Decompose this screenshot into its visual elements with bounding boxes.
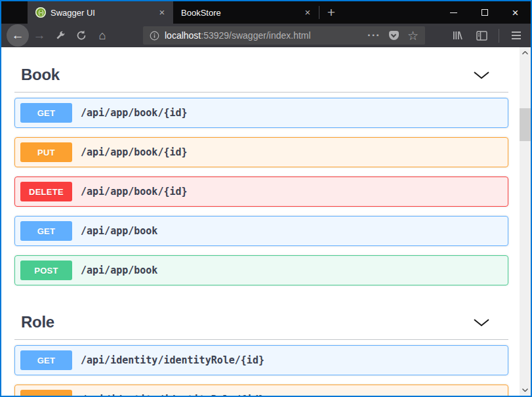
swagger-favicon-icon (35, 7, 46, 18)
method-badge: DELETE (20, 182, 72, 201)
pocket-icon[interactable] (389, 31, 399, 40)
url-actions: ··· ☆ (367, 30, 419, 42)
minimize-icon (450, 12, 457, 13)
method-badge: GET (20, 350, 72, 370)
toolbar-separator (499, 29, 499, 43)
endpoint-path: /api/app/book (81, 225, 157, 237)
wrench-icon (55, 30, 66, 41)
url-text[interactable]: localhost:53929/swagger/index.html (165, 30, 362, 41)
swagger-page: Book GET /api/app/book/{id} PUT /api/app… (1, 47, 520, 396)
tab-title: BookStore (181, 8, 297, 18)
endpoint-row[interactable]: PUT /api/identity/identityRole/{id} (14, 385, 508, 396)
scroll-up-icon (522, 51, 528, 54)
minimize-button[interactable] (438, 1, 469, 24)
tab-swagger-ui[interactable]: Swagger UI × (28, 1, 173, 24)
back-arrow-icon: ← (12, 28, 24, 43)
endpoint-path: /api/app/book (81, 264, 157, 276)
scroll-down-icon (522, 388, 528, 392)
home-icon: ⌂ (99, 29, 106, 43)
url-host: localhost (165, 30, 201, 41)
page-content: Book GET /api/app/book/{id} PUT /api/app… (1, 47, 531, 396)
back-button[interactable]: ← (7, 24, 29, 47)
section-header-book[interactable]: Book (14, 47, 508, 93)
chevron-down-icon[interactable] (473, 71, 490, 79)
vertical-scrollbar[interactable] (520, 47, 531, 396)
scrollbar-thumb[interactable] (520, 108, 531, 141)
sidebar-button[interactable] (471, 25, 492, 46)
endpoint-row[interactable]: GET /api/app/book/{id} (14, 98, 508, 128)
refresh-icon (76, 30, 87, 41)
window-controls: × (438, 1, 531, 24)
url-path: :53929/swagger/index.html (201, 30, 310, 41)
scroll-down-button[interactable] (520, 385, 531, 396)
endpoint-path: /api/identity/identityRole/{id} (81, 394, 264, 396)
method-badge: GET (20, 221, 72, 241)
endpoint-path: /api/app/book/{id} (81, 146, 188, 158)
section-header-role[interactable]: Role (14, 295, 508, 340)
tab-title: Swagger UI (51, 8, 152, 18)
tab-bookstore[interactable]: BookStore × (173, 1, 319, 24)
titlebar-drag-space (1, 1, 28, 24)
toolbar-right (447, 25, 527, 46)
close-button[interactable]: × (500, 1, 531, 24)
method-badge: PUT (20, 390, 72, 396)
page-actions-icon[interactable]: ··· (367, 32, 380, 39)
titlebar: Swagger UI × BookStore × + × (1, 1, 531, 24)
browser-window: Swagger UI × BookStore × + × ← → (0, 0, 532, 397)
endpoint-row[interactable]: POST /api/app/book (14, 255, 508, 285)
bookmark-star-icon[interactable]: ☆ (407, 30, 419, 42)
menu-button[interactable] (506, 25, 527, 46)
maximize-icon (481, 9, 488, 16)
library-icon (452, 30, 464, 41)
tab-close-icon[interactable]: × (302, 7, 314, 18)
scroll-up-button[interactable] (520, 47, 531, 58)
close-icon: × (512, 7, 519, 18)
section-body-book: GET /api/app/book/{id} PUT /api/app/book… (14, 93, 508, 285)
library-button[interactable] (447, 25, 468, 46)
method-badge: GET (20, 103, 72, 123)
chevron-down-icon[interactable] (473, 318, 490, 327)
endpoint-row[interactable]: GET /api/identity/identityRole/{id} (14, 345, 508, 375)
endpoint-path: /api/app/book/{id} (81, 186, 188, 198)
maximize-button[interactable] (469, 1, 500, 24)
endpoint-row[interactable]: GET /api/app/book (14, 216, 508, 246)
method-badge: POST (20, 261, 72, 280)
sidebar-icon (476, 31, 487, 41)
home-button[interactable]: ⌂ (92, 25, 113, 46)
endpoint-row[interactable]: DELETE /api/app/book/{id} (14, 177, 508, 207)
reload-button[interactable] (71, 25, 92, 46)
nav-toolbar: ← → ⌂ localhost:53929/swagger/index (1, 24, 531, 47)
section-body-role: GET /api/identity/identityRole/{id} PUT … (14, 340, 508, 396)
forward-button[interactable]: → (29, 25, 50, 46)
endpoint-path: /api/identity/identityRole/{id} (81, 354, 264, 366)
method-badge: PUT (20, 142, 72, 162)
info-icon[interactable] (150, 31, 159, 41)
section-title: Role (21, 313, 54, 331)
endpoint-path: /api/app/book/{id} (81, 107, 188, 119)
endpoint-row[interactable]: PUT /api/app/book/{id} (14, 137, 508, 167)
url-bar[interactable]: localhost:53929/swagger/index.html ··· ☆ (143, 26, 425, 45)
section-title: Book (21, 66, 60, 84)
hamburger-menu-icon (512, 31, 521, 39)
tools-button[interactable] (50, 25, 71, 46)
new-tab-button[interactable]: + (319, 1, 343, 24)
titlebar-drag-space (343, 1, 438, 24)
tab-close-icon[interactable]: × (156, 7, 168, 18)
forward-arrow-icon: → (33, 28, 46, 43)
